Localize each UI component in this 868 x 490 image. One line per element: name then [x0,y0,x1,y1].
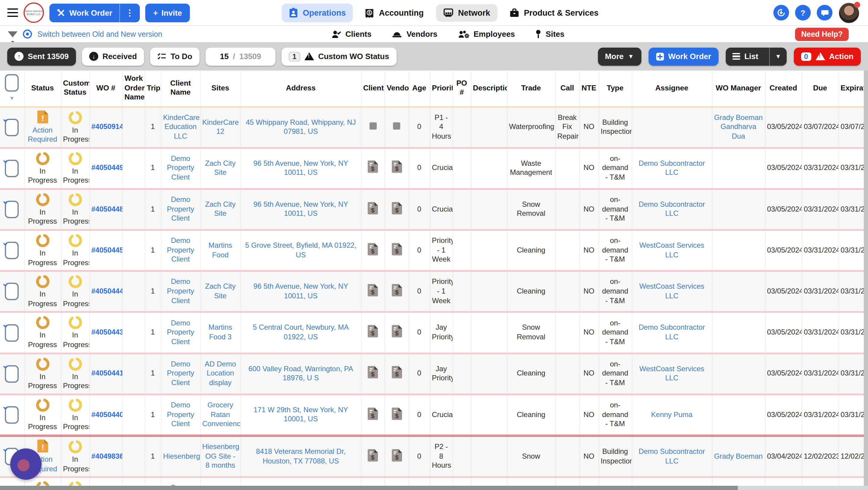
col-type[interactable]: Type [598,70,632,107]
invoice-icon[interactable]: $ [368,290,378,298]
chevron-down-icon[interactable]: ▼ [2,95,22,102]
cell-wo[interactable]: #4050443 [91,328,122,336]
col-vendor[interactable]: Vendor [384,70,409,107]
header-select-all[interactable]: ▼ [0,70,24,107]
cell-wo[interactable]: #4050449 [91,164,122,172]
cell-client-name[interactable]: Demo Property Client [167,360,194,387]
table-row[interactable]: ⌄ !Action Required In Progress #4050914 … [0,107,864,148]
cell-assignee[interactable]: WestCoast Services LLC [639,364,704,382]
cell-assignee[interactable]: Demo Subcontractor LLC [639,200,705,218]
invoice-icon[interactable]: $ [392,208,402,216]
cell-client-name[interactable]: Demo Property Client [167,278,194,305]
table-row[interactable]: ⌄ In Progress In Progress #4050444 1 Dem… [0,271,864,312]
col-client[interactable]: Client [361,70,384,107]
horizontal-scrollbar-thumb[interactable] [0,486,738,490]
invoice-icon[interactable]: $ [392,249,402,257]
cell-manager[interactable]: Grady Boeman [714,452,763,460]
col-call[interactable]: Call [555,70,579,107]
col-wo-manager[interactable]: WO Manager [712,70,765,107]
table-row[interactable]: ⌄ In Progress In Progress #4050440 1 Dem… [0,395,864,436]
cell-address[interactable]: 5 Grove Street, Byfield, MA 01922, US [245,241,356,259]
invoice-icon[interactable]: $ [368,455,378,463]
chat-button[interactable] [817,5,832,21]
cell-site[interactable]: Grocery Ratan Convenience [202,401,241,428]
filter-funnel-icon[interactable] [8,31,18,37]
tab-accounting[interactable]: $ Accounting [358,3,431,22]
col-sites[interactable]: Sites [200,70,241,107]
col-description[interactable]: Description [471,70,507,107]
cell-site[interactable]: Zach City Site [205,200,236,218]
cell-wo[interactable]: #4050448 [91,205,122,213]
work-order-more-menu[interactable]: ⋮ [120,3,140,22]
cell-client-name[interactable]: Demo Property Client [167,401,194,428]
cell-client-name[interactable]: Demo Property Client [167,237,194,264]
invoice-icon[interactable]: $ [392,290,402,298]
cell-assignee[interactable]: WestCoast Services LLC [639,282,704,300]
table-row[interactable]: ⌄ In Progress In Progress #4050449 1 Dem… [0,148,864,189]
tab-network[interactable]: Network [436,4,498,21]
col-expiration[interactable]: Expiration [838,70,864,107]
cell-client-name[interactable]: KinderCare Education LLC [163,113,199,140]
company-logo[interactable]: Demo Service Broker LLC [24,2,44,23]
chat-widget-button[interactable] [10,449,41,480]
history-button[interactable] [773,5,789,21]
horizontal-scrollbar[interactable] [0,486,868,490]
invoice-icon[interactable]: $ [392,167,402,175]
version-switch-link[interactable]: Switch between Old and New version [37,30,162,38]
cell-assignee[interactable]: Demo Subcontractor LLC [639,447,705,465]
row-expand-chevron-icon[interactable]: ⌄ [2,155,8,166]
col-trade[interactable]: Trade [507,70,555,107]
invoice-icon[interactable]: $ [368,372,378,380]
todo-filter-button[interactable]: To Do [150,47,199,65]
row-expand-chevron-icon[interactable]: ⌄ [2,361,8,371]
col-due[interactable]: Due [802,70,838,107]
cell-site[interactable]: AD Demo Location display [205,360,236,387]
cell-address[interactable]: 96 5th Avenue, New York, NY 10011, US [253,282,348,300]
invoice-icon[interactable]: $ [368,208,378,216]
col-assignee[interactable]: Assignee [632,70,712,107]
invoice-icon[interactable]: $ [368,331,378,339]
create-work-order-button[interactable]: Work Order [648,47,718,65]
col-custom-status[interactable]: Custom Status [61,70,89,107]
cell-site[interactable]: Martins Food 3 [209,323,232,341]
attachment-placeholder-icon[interactable] [369,123,376,131]
cell-client-name[interactable]: Demo Property Client [167,195,194,222]
table-row[interactable]: ⌄ !Action Required In Progress #4049836 … [0,436,864,477]
tab-product-services[interactable]: Product & Services [502,4,606,21]
cell-address[interactable]: 8418 Veterans Memorial Dr, Houston, TX 7… [256,447,346,465]
cell-client-name[interactable]: Demo Property Client [167,484,194,486]
vendors-link[interactable]: Vendors [392,30,438,38]
cell-status[interactable]: Action Required [28,126,57,144]
invoice-icon[interactable]: $ [392,331,402,339]
cell-address[interactable]: 171 W 29th St, New York, NY 10001, US [253,406,348,423]
col-priority[interactable]: Priority [430,70,453,107]
clients-link[interactable]: Clients [332,30,372,38]
cell-wo[interactable]: #4050445 [91,246,122,254]
col-status[interactable]: Status [24,70,61,107]
invoice-icon[interactable]: $ [368,249,378,257]
hamburger-menu-icon[interactable] [7,8,18,17]
cell-site[interactable]: Zach City Site [205,282,236,300]
col-wo-name[interactable]: Work Order Name [122,70,145,107]
col-po[interactable]: PO # [453,70,471,107]
cell-site[interactable]: Hiesenberg OG Site - 8 months [202,442,239,469]
tab-operations[interactable]: Operations [282,3,353,22]
invoice-icon[interactable]: $ [392,372,402,380]
cell-address[interactable]: 600 Valley Road, Warrington, PA 18976, U… [248,364,353,382]
col-address[interactable]: Address [241,70,361,107]
invite-button[interactable]: + Invite [146,3,190,22]
row-expand-chevron-icon[interactable]: ⌄ [2,196,8,207]
version-toggle-radio-icon[interactable] [23,30,32,38]
cell-assignee[interactable]: Demo Subcontractor LLC [639,159,705,177]
cell-address[interactable]: 96 5th Avenue, New York, NY 10011, US [253,159,348,177]
cell-assignee[interactable]: Demo Subcontractor LLC [639,323,705,341]
list-view-split-button[interactable]: List ▼ [726,47,786,65]
cell-client-name[interactable]: Demo Property Client [167,154,194,181]
sites-link[interactable]: Sites [535,30,564,38]
employees-link[interactable]: Employees [458,30,515,38]
cell-client-name[interactable]: Demo Property Client [167,318,194,346]
table-row[interactable]: ⌄ In Progress In Progress #4050441 1 Dem… [0,353,864,394]
table-row[interactable]: ⌄ In Progress In Progress #4050443 1 Dem… [0,312,864,353]
table-row[interactable]: ⌄ In Progress In Progress #4049801 1 Dem… [0,477,864,486]
row-expand-chevron-icon[interactable]: ⌄ [2,320,8,330]
